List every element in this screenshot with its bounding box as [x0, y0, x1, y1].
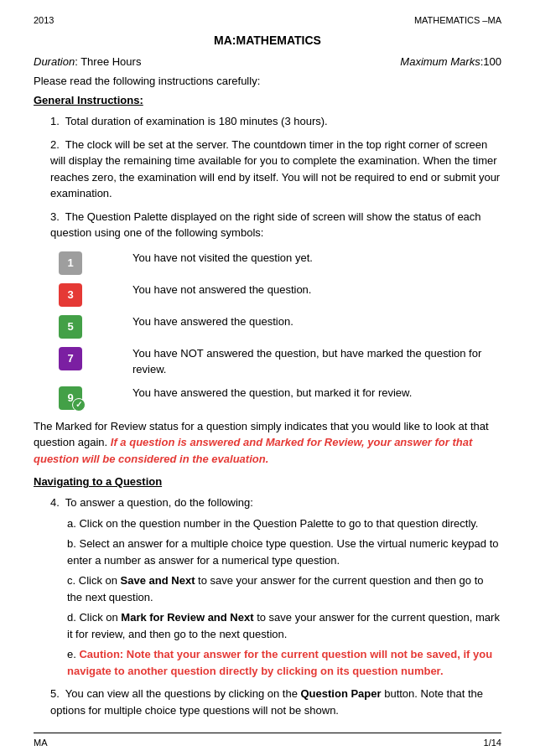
sub-item-b: b. Select an answer for a multiple choic… — [67, 536, 501, 568]
symbol-text-5: You have answered the question, but mark… — [132, 385, 501, 401]
badge-answered-review: 9 — [59, 386, 82, 410]
header-subject: MATHEMATICS –MA — [414, 15, 501, 25]
general-instructions-list: 1. Total duration of examination is 180 … — [50, 113, 501, 241]
sub-item-c: c. Click on Save and Next to save your a… — [67, 572, 501, 605]
symbol-text-3: You have answered the question. — [132, 313, 501, 330]
badge-not-visited: 1 — [59, 251, 82, 275]
header-year: 2013 — [34, 15, 54, 25]
header-bar: 2013 MATHEMATICS –MA — [34, 15, 501, 25]
review-note: The Marked for Review status for a quest… — [34, 418, 501, 468]
symbol-row-4: 7 You have NOT answered the question, bu… — [34, 345, 501, 378]
instructions-header: Please read the following instructions c… — [34, 75, 501, 87]
list-item: 2. The clock will be set at the server. … — [50, 137, 501, 202]
page: 2013 MATHEMATICS –MA MA:MATHEMATICS Dura… — [0, 0, 535, 756]
footer-right: 1/14 — [484, 738, 501, 748]
symbol-text-4: You have NOT answered the question, but … — [132, 345, 501, 378]
sub-item-a: a. Click on the question number in the Q… — [67, 515, 501, 532]
symbol-row-2: 3 You have not answered the question. — [34, 282, 501, 307]
sub-item-d: d. Click on Mark for Review and Next to … — [67, 609, 501, 642]
sub-list-4: a. Click on the question number in the Q… — [67, 515, 501, 680]
page-title: MA:MATHEMATICS — [34, 34, 501, 47]
list-item: 3. The Question Palette displayed on the… — [50, 209, 501, 241]
list-item-5: 5. You can view all the questions by cli… — [50, 686, 501, 718]
symbol-row-3: 5 You have answered the question. — [34, 313, 501, 339]
symbols-section: 1 You have not visited the question yet.… — [34, 250, 501, 410]
max-marks-info: Maximum Marks:100 — [400, 55, 501, 68]
footer-left: MA — [34, 738, 48, 748]
nav-list: 4. To answer a question, do the followin… — [50, 495, 501, 718]
general-instructions-label: General Instructions: — [34, 94, 501, 106]
duration-info: Duration: Three Hours — [34, 55, 141, 68]
list-item: 1. Total duration of examination is 180 … — [50, 113, 501, 130]
duration-row: Duration: Three Hours Maximum Marks:100 — [34, 55, 501, 68]
symbol-row-1: 1 You have not visited the question yet. — [34, 250, 501, 275]
footer-bar: MA 1/14 — [34, 733, 501, 748]
list-item-4: 4. To answer a question, do the followin… — [50, 495, 501, 679]
sub-item-e: e. Caution: Note that your answer for th… — [67, 646, 501, 679]
badge-marked-review: 7 — [59, 347, 82, 370]
symbol-row-5: 9 You have answered the question, but ma… — [34, 385, 501, 410]
badge-not-answered: 3 — [59, 283, 82, 307]
symbol-text-1: You have not visited the question yet. — [132, 250, 501, 267]
symbol-text-2: You have not answered the question. — [132, 282, 501, 298]
nav-section-title: Navigating to a Question — [34, 475, 501, 488]
badge-answered: 5 — [59, 315, 82, 339]
